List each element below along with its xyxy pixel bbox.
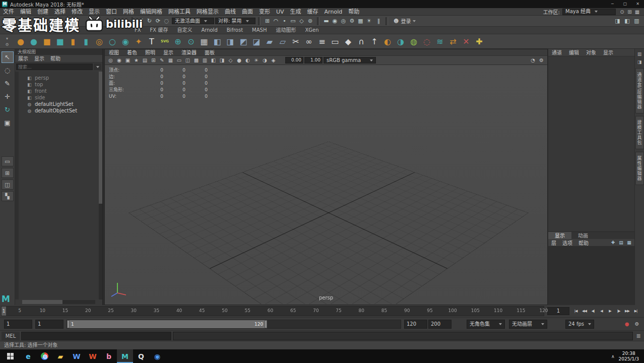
sculpt-tool-icon[interactable]: ◉	[119, 35, 132, 48]
play-backward-button[interactable]: ◀	[597, 307, 606, 316]
select-by-hierarchy-icon[interactable]: ⟳	[154, 17, 162, 25]
toggle-attribute-editor-icon[interactable]: ◨	[613, 17, 622, 25]
layer-tab-1[interactable]: 动画	[571, 232, 595, 239]
step-back-key-button[interactable]: ◀◀	[580, 307, 589, 316]
gate-mask-icon[interactable]: ▩	[192, 56, 200, 64]
sidebar-attribute-editor-icon[interactable]: ◨	[636, 58, 643, 66]
chrome-icon[interactable]	[36, 349, 52, 363]
grease-pencil-icon[interactable]: ✎	[158, 56, 166, 64]
menubar-item-5[interactable]: 显示	[86, 8, 103, 16]
range-slider-track[interactable]: 1 120	[67, 320, 401, 329]
channel-box-menu-1[interactable]: 编辑	[565, 49, 583, 56]
command-result-field[interactable]	[173, 332, 633, 340]
outliner-menu-0[interactable]: 展示	[15, 55, 31, 62]
ipr-render-icon[interactable]: ◎	[339, 17, 348, 25]
shelf-tab-6[interactable]: 运动图形	[271, 26, 300, 34]
view-transform-dropdown[interactable]: sRGB gamma	[324, 57, 376, 64]
layout-split-button[interactable]: ▚	[2, 191, 14, 201]
time-slider[interactable]: 1 51015202530354045505560657075808590951…	[1, 306, 544, 316]
play-forward-button[interactable]: ▶	[606, 307, 614, 316]
menubar-item-18[interactable]: 帮助	[345, 8, 362, 16]
maya-icon[interactable]: M	[117, 349, 133, 363]
taskbar-clock[interactable]: 20:38 2025/1/3	[619, 351, 639, 362]
poly-cube-icon[interactable]: ■	[40, 35, 53, 48]
show-all-icon[interactable]: ▦	[198, 35, 211, 48]
current-time-field[interactable]: 1	[547, 307, 569, 315]
render-settings-icon[interactable]: ⚙	[348, 17, 356, 25]
auto-keyframe-icon[interactable]: ●	[623, 320, 631, 328]
minimize-button[interactable]: ─	[606, 0, 619, 8]
symmetry-toggle-icon[interactable]: ◧	[211, 35, 224, 48]
step-back-frame-button[interactable]: ◀|	[589, 307, 597, 316]
character-set-dropdown[interactable]: 无角色集	[467, 320, 505, 329]
render-view-icon[interactable]: ▬	[322, 17, 331, 25]
explorer-icon[interactable]: ▰	[52, 349, 69, 363]
sidebar-channel-box-icon[interactable]: ▥	[636, 50, 643, 57]
hotbox-controls-icon[interactable]: ▦	[633, 9, 641, 15]
nurbs-cylinder-icon[interactable]: ▮	[80, 35, 93, 48]
animation-layer-dropdown[interactable]: 无动画层	[509, 320, 547, 329]
toggle-channel-box-icon[interactable]: ▥	[632, 17, 641, 25]
layer-menu-0[interactable]: 层	[548, 239, 559, 247]
menubar-item-4[interactable]: 修改	[69, 8, 86, 16]
isolate-select-icon[interactable]: ◔	[529, 56, 537, 64]
playback-range-bar[interactable]: 1 120	[67, 320, 267, 328]
viewport-canvas[interactable]: 顶点:000边:000面:000三角形:000UV:000 persp	[105, 65, 547, 304]
viewport-menu-3[interactable]: 显示	[159, 49, 177, 55]
undo-icon[interactable]: ↺	[137, 17, 145, 25]
camera-attributes-icon[interactable]: ▣	[124, 56, 132, 64]
playback-start-field[interactable]: 1	[4, 320, 32, 329]
shelf-tab-menu-icon[interactable]: ▾	[4, 36, 11, 41]
snap-to-point-icon[interactable]: •	[280, 17, 289, 25]
menubar-item-14[interactable]: UV	[273, 8, 287, 16]
bookmark-icon[interactable]: ★	[133, 56, 140, 64]
edge-mode-icon[interactable]: ◪	[250, 35, 263, 48]
new-layer-from-selected-icon[interactable]: ▤	[618, 239, 624, 246]
panel-layout-icon[interactable]: ⊞	[626, 9, 633, 15]
nurbs-cube-icon[interactable]: ■	[53, 35, 67, 48]
lights-icon[interactable]: ☀	[252, 56, 260, 64]
login-button[interactable]: ☻ 登录	[391, 17, 419, 25]
fps-dropdown[interactable]: 24 fps	[565, 320, 594, 329]
word-icon[interactable]: W	[69, 349, 85, 363]
playback-end-field[interactable]: 120	[404, 320, 427, 329]
shadows-icon[interactable]: ◑	[261, 56, 269, 64]
rotate-tool[interactable]: ↻	[2, 104, 14, 115]
menubar-item-10[interactable]: 网格显示	[194, 8, 222, 16]
connect-icon[interactable]: ≡	[315, 35, 329, 48]
scale-tool[interactable]: ▣	[2, 117, 14, 129]
boolean-union-icon[interactable]: ◐	[381, 35, 394, 48]
face-mode-icon[interactable]: ▰	[263, 35, 276, 48]
center-pivot-icon[interactable]: ✚	[473, 35, 486, 48]
pause-icon[interactable]: ‖	[374, 17, 383, 25]
snap-to-view-icon[interactable]: ◇	[297, 17, 306, 25]
viewport-menu-0[interactable]: 视图	[105, 49, 123, 55]
bilibili-icon[interactable]: b	[101, 349, 117, 363]
active-surface-dropdown[interactable]: 无激活曲面	[172, 18, 214, 24]
go-to-end-button[interactable]: ▶|	[631, 307, 640, 316]
safe-action-icon[interactable]: ◧	[210, 56, 217, 64]
snap-to-curve-icon[interactable]: ◠	[272, 17, 280, 25]
channel-box-menu-2[interactable]: 对象	[583, 49, 600, 56]
layer-menu-2[interactable]: 帮助	[575, 239, 592, 247]
animation-preferences-icon[interactable]: ⚙	[633, 320, 641, 328]
shelf-tab-3[interactable]: Arnold	[197, 26, 222, 34]
animation-start-field[interactable]: 1	[35, 320, 63, 329]
poly-sphere-icon[interactable]: ●	[14, 35, 27, 48]
layer-tab-0[interactable]: 显示	[548, 232, 571, 239]
smooth-mesh-icon[interactable]: ≋	[433, 35, 446, 48]
sidebar-tab-2[interactable]: 属性编辑器	[635, 152, 644, 185]
outliner-item-front[interactable]: ◧front	[19, 88, 99, 94]
shelf-tab-4[interactable]: Bifrost	[222, 26, 247, 34]
go-to-start-button[interactable]: |◀	[571, 307, 580, 316]
outliner-item-defaultLightSet[interactable]: ◍defaultLightSet	[19, 101, 99, 107]
extrude-icon[interactable]: ↑	[368, 35, 381, 48]
safe-title-icon[interactable]: ◨	[218, 56, 226, 64]
start-button[interactable]	[0, 349, 20, 363]
highlight-selection-icon[interactable]: ◌	[162, 17, 171, 25]
menubar-item-15[interactable]: 生成	[287, 8, 304, 16]
workspace-pin-icon[interactable]: ⊙	[618, 9, 626, 15]
resolution-gate-icon[interactable]: ◫	[184, 56, 191, 64]
layout-persp-outliner-button[interactable]: ◫	[2, 179, 14, 190]
range-end-handle[interactable]	[265, 320, 267, 328]
